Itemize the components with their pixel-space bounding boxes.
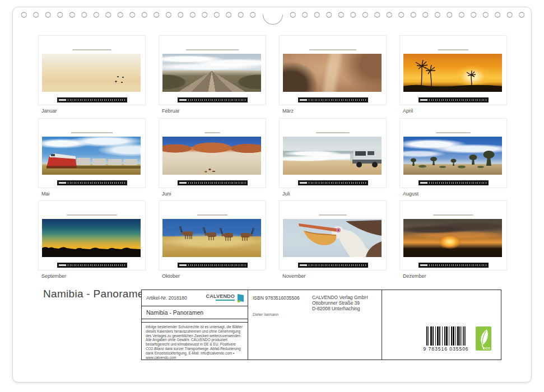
product-info-box: Artikel-Nr. 2018180 CALVENDO Namibia - P… xyxy=(141,290,248,360)
tree-silhouette-illustration xyxy=(42,219,141,257)
date-strip xyxy=(419,97,489,102)
legal-text: Infolge bestehender Schutzrechte ist es … xyxy=(146,325,244,360)
month-preview-mai: Mai xyxy=(38,118,145,199)
date-strip xyxy=(57,180,127,185)
month-label: August xyxy=(403,191,419,197)
month-preview-oktober: Oktober xyxy=(159,200,265,282)
mini-calendar-page xyxy=(399,118,507,188)
photo-caption-placeholder xyxy=(72,49,111,50)
mini-calendar-page xyxy=(159,118,266,188)
mini-calendar-page xyxy=(279,118,387,188)
month-label: Februar xyxy=(162,108,180,114)
mini-calendar-page xyxy=(38,35,146,105)
date-strip xyxy=(178,180,248,185)
publisher-line: D-82008 Unterhaching xyxy=(312,306,368,311)
publisher-line: Ottobrunner Straße 39 xyxy=(312,300,368,306)
binding-holes-left xyxy=(18,12,259,18)
photo-red-locomotive-train xyxy=(42,137,141,175)
month-preview-februar: Februar xyxy=(159,35,265,116)
photo-caption-placeholder xyxy=(436,132,471,133)
month-label: März xyxy=(282,108,294,114)
mini-calendar-page xyxy=(399,35,507,105)
photo-caption-placeholder xyxy=(204,132,220,133)
photo-pelican-open-beak xyxy=(283,219,382,257)
date-strip xyxy=(298,97,368,102)
legal-text-box: Infolge bestehender Schutzrechte ist es … xyxy=(142,322,248,362)
page-title: Namibia - Panoramen xyxy=(43,288,150,300)
mini-calendar-page xyxy=(159,200,266,270)
quiver-tree-illustration xyxy=(403,137,502,175)
photo-caption-placeholder xyxy=(433,214,473,216)
photo-sunset-colour-gradient xyxy=(42,219,141,257)
photo-quiver-trees-dramatic-sky xyxy=(403,137,502,175)
isbn-number: ISBN 9783516035506 xyxy=(253,295,300,301)
mini-calendar-page xyxy=(159,35,266,105)
month-label: Mai xyxy=(41,191,50,197)
photo-caption-placeholder xyxy=(438,49,469,50)
photo-savanna-sunset-clouds xyxy=(403,219,502,257)
month-label: Dezember xyxy=(403,273,426,279)
date-strip xyxy=(178,97,248,102)
photo-caption-placeholder xyxy=(186,49,239,50)
month-preview-november: November xyxy=(279,200,385,282)
article-number: Artikel-Nr. 2018180 xyxy=(146,295,187,301)
oryx-illustration xyxy=(162,219,261,257)
month-preview-januar: Januar xyxy=(38,35,145,116)
article-row: Artikel-Nr. 2018180 CALVENDO xyxy=(142,290,248,306)
date-strip xyxy=(298,263,368,268)
photo-caption-placeholder xyxy=(71,132,113,133)
svg-text:eco: eco xyxy=(483,346,490,351)
photo-gravel-road-panorama xyxy=(162,54,261,92)
mini-calendar-page xyxy=(399,200,507,270)
month-preview-maerz: März xyxy=(279,35,385,116)
photo-elephant-closeup xyxy=(283,54,382,92)
photo-pastel-lagoon-with-birds xyxy=(42,54,141,92)
mini-calendar-page xyxy=(38,118,146,188)
vehicle-illustration xyxy=(283,137,382,175)
month-preview-juni: Juni xyxy=(159,118,265,199)
binding-holes-right xyxy=(287,12,527,18)
month-preview-august: August xyxy=(399,118,506,199)
month-preview-dezember: Dezember xyxy=(399,200,506,282)
date-strip xyxy=(298,180,368,185)
palm-silhouette-illustration xyxy=(403,54,502,92)
product-title-row: Namibia - Panoramen xyxy=(142,306,248,319)
photo-caption-placeholder xyxy=(197,214,228,216)
date-strip xyxy=(57,263,127,268)
calvendo-logo: CALVENDO xyxy=(204,292,244,304)
eco-label-icon: eco xyxy=(476,326,491,351)
month-label: Oktober xyxy=(162,273,180,279)
date-strip xyxy=(419,263,489,268)
photo-offroad-vehicle-beach xyxy=(283,137,382,175)
photo-caption-placeholder xyxy=(309,49,357,50)
month-label: Juli xyxy=(282,191,290,197)
pelican-illustration xyxy=(283,219,382,257)
barcode-number: 9 783516 035506 xyxy=(421,346,471,352)
photo-caption-placeholder xyxy=(319,214,347,216)
ean-barcode xyxy=(426,326,466,346)
month-label: April xyxy=(403,108,413,114)
train-illustration xyxy=(42,137,141,175)
month-label: November xyxy=(282,273,306,279)
photo-desert-pan-red-dunes xyxy=(162,137,261,175)
calvendo-logo-text: CALVENDO xyxy=(206,293,235,299)
mini-calendar-page xyxy=(279,200,387,270)
month-preview-september: September xyxy=(38,200,145,282)
photo-palm-trees-sunset xyxy=(403,54,502,92)
month-preview-april: April xyxy=(399,35,506,116)
barcode-box: 9 783516 035506 eco xyxy=(382,290,501,360)
month-preview-juli: Juli xyxy=(279,118,385,199)
date-strip xyxy=(419,180,489,185)
photo-oryx-herd-grassland xyxy=(162,219,261,257)
isbn-publisher-box: ISBN 9783516035506 Dieter Isemann CALVEN… xyxy=(248,290,383,360)
mini-calendar-page xyxy=(279,35,387,105)
month-label: Januar xyxy=(41,108,57,114)
calvendo-logo-icon xyxy=(237,293,244,305)
product-title: Namibia - Panoramen xyxy=(146,309,203,316)
publisher-line: CALVENDO Verlag GmbH xyxy=(312,295,368,300)
calvendo-logo-tagline xyxy=(216,300,235,301)
publisher-address: CALVENDO Verlag GmbH Ottobrunner Straße … xyxy=(312,295,368,311)
date-strip xyxy=(57,97,127,102)
photo-caption-placeholder xyxy=(67,214,117,216)
author-name: Dieter Isemann xyxy=(253,312,278,316)
